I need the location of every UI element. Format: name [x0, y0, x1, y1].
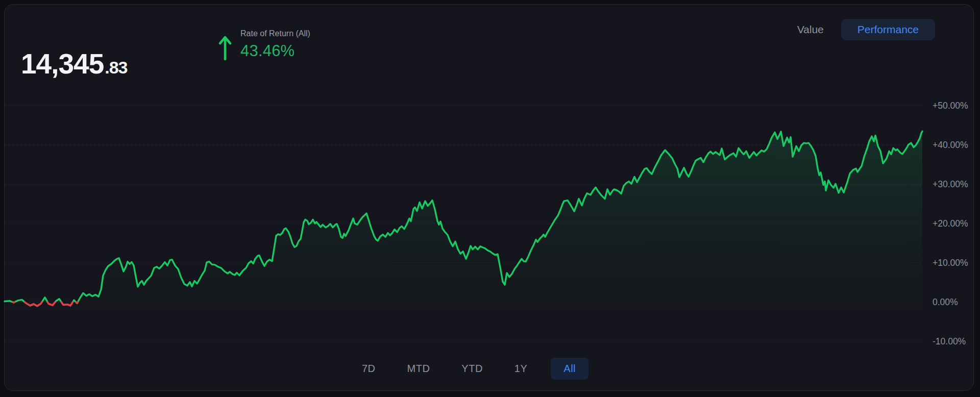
y-tick-label: +10.00% [933, 258, 968, 268]
chart-area[interactable]: +50.00%+40.00%+30.00%+20.00%+10.00%0.00%… [1, 1, 980, 397]
y-tick-label: +30.00% [933, 179, 968, 189]
negative-line-segment [61, 302, 72, 306]
y-tick-label: +40.00% [933, 140, 968, 150]
page-background: { "header": { "value_main": "14,345", "v… [0, 0, 980, 397]
rate-of-return-value: 43.46% [240, 42, 310, 60]
up-arrow-icon [218, 35, 232, 61]
range-button-mtd[interactable]: MTD [399, 358, 438, 380]
portfolio-value-main: 14,345 [21, 47, 104, 80]
y-tick-label: -10.00% [933, 336, 966, 346]
portfolio-value: 14,345 .83 [21, 47, 128, 80]
y-tick-label: +20.00% [933, 218, 968, 229]
y-tick-label: +50.00% [933, 101, 968, 111]
range-button-ytd[interactable]: YTD [453, 358, 491, 380]
range-button-7d[interactable]: 7D [354, 358, 384, 380]
rate-of-return-block: Rate of Return (All) 43.46% [218, 29, 310, 61]
range-selector: 7D MTD YTD 1Y All [354, 358, 589, 380]
tab-performance[interactable]: Performance [841, 19, 935, 40]
rate-of-return-label: Rate of Return (All) [240, 29, 310, 38]
y-axis-labels: +50.00%+40.00%+30.00%+20.00%+10.00%0.00%… [933, 101, 968, 346]
tab-value[interactable]: Value [797, 23, 824, 36]
chart-area-fill [5, 131, 922, 341]
negative-line-segment [76, 302, 78, 303]
view-toggle: Value Performance [797, 19, 935, 40]
portfolio-value-fraction: .83 [105, 58, 127, 78]
performance-card: +50.00%+40.00%+30.00%+20.00%+10.00%0.00%… [4, 4, 974, 391]
performance-series [5, 131, 922, 341]
range-button-all[interactable]: All [551, 358, 589, 380]
y-tick-label: 0.00% [933, 297, 958, 307]
negative-line-segment [13, 302, 15, 303]
range-button-1y[interactable]: 1Y [506, 358, 535, 380]
